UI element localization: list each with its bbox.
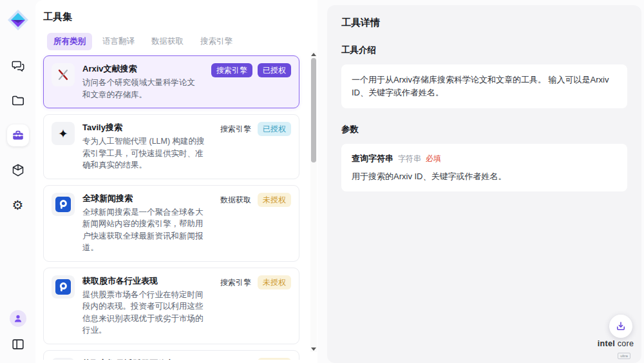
tool-description: 全球新闻搜索是一个聚合全球各大新闻网站内容的搜索引擎，帮助用户快速获取全球最新资… — [82, 206, 209, 254]
tool-list: Arxiv文献搜索 访问各个研究领域大量科学论文和文章的存储库。 搜索引擎 已授… — [43, 55, 299, 360]
tab-data-acquisition[interactable]: 数据获取 — [145, 33, 190, 50]
left-rail: ⚙ — [0, 0, 35, 363]
param-name: 查询字符串 — [352, 153, 393, 164]
tool-badges: 数据获取 未授权 — [219, 193, 291, 207]
category-label: 搜索引擎 — [219, 358, 252, 360]
tab-all-categories[interactable]: 所有类别 — [47, 33, 92, 50]
tool-description: 专为人工智能代理 (LLM) 构建的搜索引擎工具，可快速提供实时、准确和真实的结… — [82, 135, 209, 172]
tool-badges: 搜索引擎 未授权 — [219, 358, 291, 360]
tool-card-active-stocks[interactable]: 获取市场最活跃股票信息 提供当天交易量最高的股票列表，投资者可以利用这些信息来识… — [43, 350, 299, 360]
chat-icon[interactable] — [7, 55, 29, 77]
user-avatar[interactable] — [10, 310, 26, 327]
status-badge: 未授权 — [258, 193, 291, 207]
search-q-icon — [52, 275, 75, 299]
list-scrollbar[interactable] — [310, 52, 317, 352]
tool-description: 提供股票市场各个行业在特定时间段内的表现。投资者可以利用这些信息来识别表现优于或… — [82, 289, 209, 337]
tab-search-engine[interactable]: 搜索引擎 — [194, 33, 239, 50]
tool-details-panel: 工具详情 工具介绍 一个用于从Arxiv存储库搜索科学论文和文章的工具。 输入可… — [327, 5, 641, 363]
intel-core-logo: intel core ultra — [596, 339, 635, 360]
param-description: 用于搜索的Arxiv ID、关键字或作者姓名。 — [352, 170, 617, 182]
param-type: 字符串 — [398, 153, 421, 164]
status-badge: 未授权 — [258, 275, 291, 289]
search-q-icon — [52, 358, 75, 360]
intro-text: 一个用于从Arxiv存储库搜索科学论文和文章的工具。 输入可以是Arxiv ID… — [352, 74, 617, 99]
page-title: 工具集 — [43, 11, 310, 23]
folder-icon[interactable] — [7, 90, 29, 112]
rail-bottom — [7, 310, 29, 355]
tool-name: 获取市场最活跃股票信息 — [82, 358, 209, 360]
tool-name: Arxiv文献搜索 — [82, 63, 201, 75]
cube-icon[interactable] — [7, 159, 29, 181]
scrollbar-up-arrow-icon[interactable] — [311, 53, 316, 56]
arxiv-icon — [52, 63, 75, 86]
param-required-flag: 必填 — [426, 153, 441, 164]
category-label: 搜索引擎 — [219, 275, 252, 289]
category-label: 搜索引擎 — [219, 122, 252, 136]
intro-heading: 工具介绍 — [341, 44, 627, 56]
tool-card-sector-performance[interactable]: 获取股市各行业表现 提供股票市场各个行业在特定时间段内的表现。投资者可以利用这些… — [43, 268, 299, 344]
status-badge: 已授权 — [258, 122, 291, 136]
param-card: 查询字符串 字符串 必填 用于搜索的Arxiv ID、关键字或作者姓名。 — [341, 144, 627, 191]
tool-badges: 搜索引擎 已授权 — [211, 63, 291, 77]
tool-badges: 搜索引擎 未授权 — [219, 275, 291, 289]
tool-card-arxiv[interactable]: Arxiv文献搜索 访问各个研究领域大量科学论文和文章的存储库。 搜索引擎 已授… — [43, 55, 299, 108]
search-q-icon — [52, 193, 75, 216]
tool-name: 全球新闻搜索 — [82, 193, 209, 204]
app-window: ⚙ 工具集 所有类别 语言翻译 数据 — [0, 0, 644, 363]
tool-badges: 搜索引擎 已授权 — [219, 122, 291, 136]
status-badge[interactable]: 已授权 — [258, 63, 291, 77]
brand-badge: ultra — [618, 353, 630, 359]
params-heading: 参数 — [341, 124, 627, 135]
tool-description: 访问各个研究领域大量科学论文和文章的存储库。 — [82, 77, 201, 101]
details-title: 工具详情 — [341, 17, 627, 29]
scrollbar-thumb[interactable] — [311, 58, 316, 162]
tool-list-panel: 工具集 所有类别 语言翻译 数据获取 搜索引擎 — [35, 0, 317, 363]
tool-name: Tavily搜索 — [82, 122, 209, 133]
brand-intel: intel — [598, 339, 615, 348]
tool-card-tavily[interactable]: ✦ Tavily搜索 专为人工智能代理 (LLM) 构建的搜索引擎工具，可快速提… — [43, 114, 299, 179]
category-badge[interactable]: 搜索引擎 — [211, 63, 252, 77]
download-icon — [615, 320, 627, 332]
category-tabs: 所有类别 语言翻译 数据获取 搜索引擎 — [43, 33, 310, 50]
settings-gear-icon[interactable]: ⚙ — [7, 194, 29, 216]
scrollbar-down-arrow-icon[interactable] — [311, 348, 316, 351]
tool-scroll-area: Arxiv文献搜索 访问各个研究领域大量科学论文和文章的存储库。 搜索引擎 已授… — [35, 53, 317, 360]
toolbox-icon-active[interactable] — [7, 124, 29, 146]
tab-language-translation[interactable]: 语言翻译 — [96, 33, 141, 50]
list-header: 工具集 所有类别 语言翻译 数据获取 搜索引擎 — [35, 0, 317, 50]
rail-nav: ⚙ — [7, 55, 29, 216]
sparkle-icon: ✦ — [52, 122, 75, 145]
status-badge: 未授权 — [258, 358, 291, 360]
brand-core: core — [618, 339, 634, 348]
tool-card-global-news[interactable]: 全球新闻搜索 全球新闻搜索是一个聚合全球各大新闻网站内容的搜索引擎，帮助用户快速… — [43, 185, 299, 262]
panel-toggle-icon[interactable] — [7, 333, 29, 355]
intro-card: 一个用于从Arxiv存储库搜索科学论文和文章的工具。 输入可以是Arxiv ID… — [341, 64, 627, 108]
category-label: 数据获取 — [219, 193, 252, 207]
download-button[interactable] — [609, 315, 632, 338]
tool-name: 获取股市各行业表现 — [82, 275, 209, 287]
app-logo-icon — [6, 8, 30, 32]
